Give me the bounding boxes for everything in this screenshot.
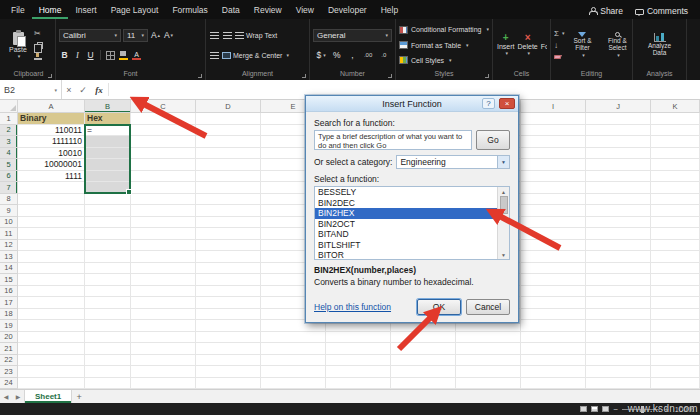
cell-B18[interactable] — [85, 309, 131, 321]
formula-enter-button[interactable]: ✓ — [76, 80, 90, 99]
cell-I18[interactable] — [521, 309, 586, 321]
analyze-data-button[interactable]: Analyze Data — [643, 21, 677, 69]
cell-D5[interactable] — [196, 159, 261, 171]
column-header-J[interactable]: J — [586, 100, 651, 113]
row-header-8[interactable]: 8 — [0, 194, 18, 206]
sheet-nav-left-icon[interactable]: ◀ — [0, 390, 12, 403]
cell-B11[interactable] — [85, 228, 131, 240]
accounting-format-button[interactable]: $▾ — [316, 49, 327, 61]
cell-J6[interactable] — [586, 171, 651, 183]
font-size-select[interactable]: 11▾ — [123, 29, 148, 42]
tab-view[interactable]: View — [289, 2, 321, 19]
cell-F20[interactable] — [326, 332, 391, 344]
cell-F23[interactable] — [326, 366, 391, 378]
tab-developer[interactable]: Developer — [321, 2, 374, 19]
cell-K20[interactable] — [651, 332, 700, 344]
row-header-23[interactable]: 23 — [0, 366, 18, 378]
cell-A23[interactable] — [18, 366, 85, 378]
function-item-bin2hex[interactable]: BIN2HEX — [315, 208, 497, 219]
cell-A15[interactable] — [18, 274, 85, 286]
cell-B13[interactable] — [85, 251, 131, 263]
cell-B10[interactable] — [85, 217, 131, 229]
cell-K9[interactable] — [651, 205, 700, 217]
cell-K22[interactable] — [651, 355, 700, 367]
format-as-table-button[interactable]: Format as Table▾ — [399, 39, 489, 52]
column-header-A[interactable]: A — [18, 100, 85, 113]
cell-D19[interactable] — [196, 320, 261, 332]
cell-K8[interactable] — [651, 194, 700, 206]
cell-A19[interactable] — [18, 320, 85, 332]
cell-K21[interactable] — [651, 343, 700, 355]
cell-A4[interactable]: 10010 — [18, 148, 85, 160]
cell-I10[interactable] — [521, 217, 586, 229]
name-box[interactable]: B2 ▾ — [0, 80, 62, 99]
cell-B7[interactable] — [85, 182, 131, 194]
cell-A2[interactable]: 110011 — [18, 125, 85, 137]
cell-A14[interactable] — [18, 263, 85, 275]
dialog-title-bar[interactable]: Insert Function ? × — [306, 96, 518, 112]
row-header-16[interactable]: 16 — [0, 286, 18, 298]
row-header-11[interactable]: 11 — [0, 228, 18, 240]
cell-K24[interactable] — [651, 378, 700, 390]
comments-button[interactable]: Comments — [635, 6, 688, 16]
cell-A9[interactable] — [18, 205, 85, 217]
cell-C13[interactable] — [131, 251, 196, 263]
cell-I16[interactable] — [521, 286, 586, 298]
cell-C6[interactable] — [131, 171, 196, 183]
dialog-cancel-button[interactable]: Cancel — [466, 299, 510, 315]
cell-B21[interactable] — [85, 343, 131, 355]
cell-C1[interactable] — [131, 113, 196, 125]
cell-J15[interactable] — [586, 274, 651, 286]
cell-J17[interactable] — [586, 297, 651, 309]
cell-C16[interactable] — [131, 286, 196, 298]
normal-view-icon[interactable] — [580, 406, 587, 412]
cell-K19[interactable] — [651, 320, 700, 332]
page-layout-view-icon[interactable] — [591, 406, 598, 412]
cell-D17[interactable] — [196, 297, 261, 309]
cell-I9[interactable] — [521, 205, 586, 217]
function-item-bitlshift[interactable]: BITLSHIFT — [315, 240, 497, 251]
cell-I4[interactable] — [521, 148, 586, 160]
cell-D6[interactable] — [196, 171, 261, 183]
shrink-font-button[interactable]: A▾ — [163, 29, 174, 41]
cell-H22[interactable] — [456, 355, 521, 367]
cell-J23[interactable] — [586, 366, 651, 378]
column-header-C[interactable]: C — [131, 100, 196, 113]
row-header-9[interactable]: 9 — [0, 205, 18, 217]
cell-H20[interactable] — [456, 332, 521, 344]
cell-I2[interactable] — [521, 125, 586, 137]
cell-D24[interactable] — [196, 378, 261, 390]
clear-button[interactable] — [554, 52, 564, 62]
cell-I15[interactable] — [521, 274, 586, 286]
cell-D12[interactable] — [196, 240, 261, 252]
cell-J7[interactable] — [586, 182, 651, 194]
font-color-button[interactable]: A — [131, 49, 142, 61]
cell-B16[interactable] — [85, 286, 131, 298]
cell-C24[interactable] — [131, 378, 196, 390]
cell-K3[interactable] — [651, 136, 700, 148]
tab-data[interactable]: Data — [215, 2, 247, 19]
cell-A22[interactable] — [18, 355, 85, 367]
cell-C19[interactable] — [131, 320, 196, 332]
italic-button[interactable]: I — [72, 49, 83, 61]
page-break-view-icon[interactable] — [602, 406, 609, 412]
row-header-7[interactable]: 7 — [0, 182, 18, 194]
cell-I12[interactable] — [521, 240, 586, 252]
cell-C4[interactable] — [131, 148, 196, 160]
cell-A7[interactable] — [18, 182, 85, 194]
cell-J14[interactable] — [586, 263, 651, 275]
cell-E23[interactable] — [261, 366, 326, 378]
cell-C8[interactable] — [131, 194, 196, 206]
function-item-bessely[interactable]: BESSELY — [315, 187, 497, 198]
row-header-20[interactable]: 20 — [0, 332, 18, 344]
row-header-12[interactable]: 12 — [0, 240, 18, 252]
align-middle-button[interactable] — [222, 29, 233, 41]
cell-B6[interactable] — [85, 171, 131, 183]
sheet-nav-right-icon[interactable]: ▶ — [12, 390, 24, 403]
cell-B22[interactable] — [85, 355, 131, 367]
select-all-button[interactable] — [0, 100, 18, 113]
cell-styles-button[interactable]: Cell Styles▾ — [399, 54, 489, 67]
cell-B8[interactable] — [85, 194, 131, 206]
cell-K18[interactable] — [651, 309, 700, 321]
number-format-select[interactable]: General▾ — [313, 29, 392, 42]
